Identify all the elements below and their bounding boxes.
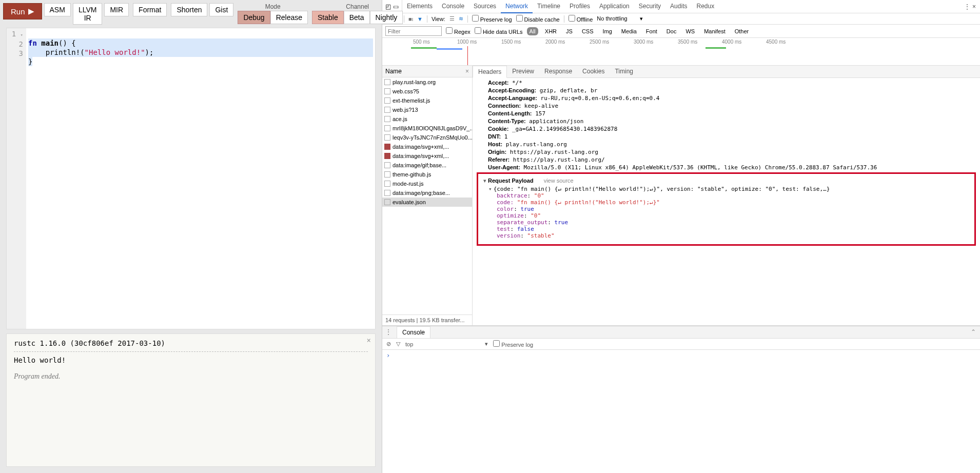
clear-console-icon[interactable]: ⊘: [386, 341, 391, 347]
channel-group: Stable Beta Nightly: [312, 11, 403, 24]
console-drawer: ⋮ Console ⌃ ⊘ ▽ top ▾ Preserve log ›: [382, 326, 980, 473]
detail-tab-response[interactable]: Response: [539, 66, 577, 77]
capture-icon[interactable]: ■ι: [408, 16, 413, 22]
filter-input[interactable]: [385, 26, 442, 36]
preserve-log-check[interactable]: Preserve log: [472, 15, 512, 23]
close-output[interactable]: ×: [367, 336, 371, 344]
detail-tab-timing[interactable]: Timing: [610, 66, 638, 77]
filter-doc[interactable]: Doc: [664, 27, 679, 35]
request-item[interactable]: theme-github.js: [382, 170, 472, 179]
toolbar: Run ▶ ASM LLVM IR MIR Format Shorten Gis…: [0, 0, 382, 28]
tab-profiles[interactable]: Profiles: [565, 0, 595, 13]
view-list-icon[interactable]: ☰: [449, 15, 455, 22]
request-item[interactable]: data:image/svg+xml,...: [382, 142, 472, 151]
tab-application[interactable]: Application: [595, 0, 634, 13]
mir-button[interactable]: MIR: [104, 3, 129, 16]
devtools-pane: ◰ ▭ Elements Console Sources Network Tim…: [382, 0, 980, 473]
tab-security[interactable]: Security: [634, 0, 665, 13]
disable-cache-check[interactable]: Disable cache: [516, 15, 560, 23]
format-button[interactable]: Format: [133, 3, 167, 16]
llvm-ir-button[interactable]: LLVM IR: [73, 3, 103, 25]
mode-release[interactable]: Release: [270, 11, 308, 24]
tab-sources[interactable]: Sources: [469, 0, 501, 13]
view-waterfall-icon[interactable]: ≋: [459, 15, 463, 22]
console-preserve-log[interactable]: Preserve log: [493, 340, 533, 348]
collapse-drawer-icon[interactable]: ⌃: [967, 326, 980, 338]
filter-css[interactable]: CSS: [579, 27, 596, 35]
filter-xhr[interactable]: XHR: [542, 27, 559, 35]
filter-manifest[interactable]: Manifest: [701, 27, 728, 35]
request-item[interactable]: ace.js: [382, 114, 472, 124]
channel-stable[interactable]: Stable: [312, 11, 344, 24]
playground-pane: Run ▶ ASM LLVM IR MIR Format Shorten Gis…: [0, 0, 382, 473]
headers-body[interactable]: Accept: */* Accept-Encoding: gzip, defla…: [473, 78, 980, 325]
request-summary: 14 requests | 19.5 KB transfer...: [382, 314, 472, 325]
devtools-tabs: Elements Console Sources Network Timelin…: [402, 0, 960, 13]
request-item[interactable]: ext-themelist.js: [382, 96, 472, 105]
devtools-top: ◰ ▭ Elements Console Sources Network Tim…: [382, 0, 980, 13]
filter-ws[interactable]: WS: [683, 27, 697, 35]
filter-img[interactable]: Img: [600, 27, 615, 35]
request-list: Name× play.rust-lang.org web.css?5 ext-t…: [382, 66, 473, 325]
code-area[interactable]: fn main() { println!("Hello world!");}: [26, 28, 375, 329]
console-tab[interactable]: Console: [397, 326, 430, 338]
tab-redux[interactable]: Redux: [692, 0, 719, 13]
close-devtools[interactable]: ×: [972, 3, 976, 10]
request-item[interactable]: evaluate.json: [382, 198, 472, 207]
program-output: Hello world!: [14, 356, 368, 364]
shorten-button[interactable]: Shorten: [171, 3, 207, 16]
view-source-link[interactable]: view source: [544, 178, 574, 184]
gist-button[interactable]: Gist: [209, 3, 233, 16]
output-panel: × rustc 1.16.0 (30cf806ef 2017-03-10) He…: [6, 333, 376, 467]
code-editor[interactable]: 1 ▾ 2 3 fn main() { println!("Hello worl…: [6, 28, 376, 329]
request-item[interactable]: web.js?13: [382, 105, 472, 114]
request-detail: Headers Preview Response Cookies Timing …: [473, 66, 980, 325]
tab-network[interactable]: Network: [501, 0, 533, 13]
filter-other[interactable]: Other: [732, 27, 752, 35]
request-item[interactable]: web.css?5: [382, 87, 472, 96]
filter-icon[interactable]: ▼: [417, 16, 423, 22]
asm-button[interactable]: ASM: [44, 3, 71, 16]
detail-tab-preview[interactable]: Preview: [507, 66, 539, 77]
filter-media[interactable]: Media: [619, 27, 639, 35]
filter-font[interactable]: Font: [643, 27, 660, 35]
detail-tab-cookies[interactable]: Cookies: [577, 66, 610, 77]
view-label: View:: [432, 16, 445, 22]
request-item[interactable]: data:image/gif;base...: [382, 161, 472, 170]
hide-data-urls[interactable]: Hide data URLs: [475, 27, 523, 35]
request-item[interactable]: mode-rust.js: [382, 179, 472, 188]
request-item[interactable]: leqv3v-yTsJNC7nFznSMqUo0...: [382, 133, 472, 142]
channel-nightly[interactable]: Nightly: [370, 11, 403, 24]
tab-elements[interactable]: Elements: [402, 0, 437, 13]
mode-debug[interactable]: Debug: [238, 11, 270, 24]
regex-check[interactable]: Regex: [446, 27, 471, 35]
detail-tab-headers[interactable]: Headers: [473, 66, 507, 78]
network-toolbar: ⊘ ■ι ▼ View: ☰ ≋ Preserve log Disable ca…: [382, 13, 980, 25]
drawer-menu-icon[interactable]: ⋮: [382, 326, 395, 338]
mode-label: Mode: [265, 3, 281, 10]
name-header[interactable]: Name: [385, 68, 402, 75]
mode-group: Debug Release: [238, 11, 308, 24]
throttle-select[interactable]: No throttling ▾: [597, 15, 643, 22]
network-body: Name× play.rust-lang.org web.css?5 ext-t…: [382, 66, 980, 326]
filter-row: Regex Hide data URLs All XHR JS CSS Img …: [382, 25, 980, 38]
play-icon: ▶: [28, 7, 34, 16]
run-button[interactable]: Run ▶: [3, 3, 42, 19]
request-item[interactable]: data:image/png;base...: [382, 188, 472, 198]
kebab-icon[interactable]: ⋮: [964, 3, 970, 10]
filter-console-icon[interactable]: ▽: [396, 341, 400, 347]
console-body[interactable]: ›: [382, 350, 980, 473]
timeline[interactable]: 500 ms 1000 ms 1500 ms 2000 ms 2500 ms 3…: [382, 38, 980, 66]
request-item[interactable]: mrI8jkM18OlOQN8JLgasD9V_...: [382, 124, 472, 133]
filter-all[interactable]: All: [527, 27, 538, 35]
tab-timeline[interactable]: Timeline: [533, 0, 565, 13]
close-detail[interactable]: ×: [465, 68, 469, 75]
request-item[interactable]: data:image/svg+xml,...: [382, 151, 472, 161]
tab-audits[interactable]: Audits: [665, 0, 692, 13]
tab-console[interactable]: Console: [437, 0, 469, 13]
filter-js[interactable]: JS: [563, 27, 575, 35]
request-item[interactable]: play.rust-lang.org: [382, 77, 472, 87]
context-select[interactable]: top: [405, 341, 413, 347]
channel-beta[interactable]: Beta: [344, 11, 370, 24]
offline-check[interactable]: Offline: [569, 15, 593, 23]
